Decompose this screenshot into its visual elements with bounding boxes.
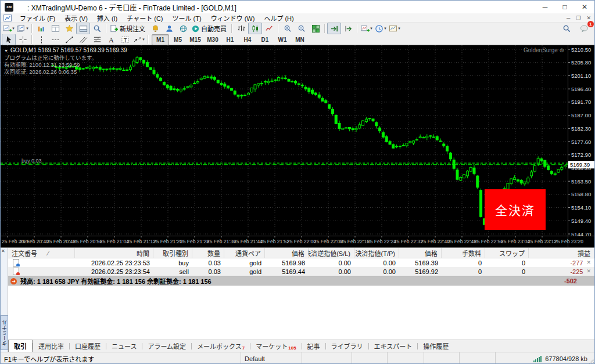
tab-口座履歴[interactable]: 口座履歴 [70, 340, 106, 352]
alerts-button[interactable] [148, 23, 162, 34]
status-profile[interactable]: Default [241, 352, 302, 364]
timeframe-m15-button[interactable]: M15 [187, 34, 204, 45]
child-minimize-icon[interactable]: ─ [565, 15, 571, 21]
column-header[interactable]: 時間 [75, 248, 153, 258]
column-header[interactable]: スワップ [485, 248, 529, 258]
algo-trading-button[interactable]: 自動売買 [190, 23, 230, 34]
tab-ライブラリ[interactable]: ライブラリ [326, 340, 368, 352]
tab-ニュース[interactable]: ニュース [106, 340, 142, 352]
timeframe-m5-button[interactable]: M5 [169, 34, 187, 45]
column-header[interactable]: 決済指値(T/P) [354, 248, 399, 258]
menu-ヘ[interactable]: ヘルプ (H) [259, 15, 298, 22]
horizontal-line-button[interactable] [48, 34, 62, 45]
toolbox-button[interactable] [76, 23, 90, 34]
tile-windows-button[interactable] [309, 23, 322, 34]
close-icon[interactable]: ✕ [575, 1, 594, 13]
ea-smiley-icon[interactable]: ⊚ [560, 47, 564, 53]
timeframe-mn-button[interactable]: MN [291, 34, 309, 45]
new-order-button[interactable]: 新規注文 [109, 23, 148, 34]
menu-フ[interactable]: ファイル (F) [15, 15, 60, 22]
vertical-line-button[interactable] [34, 34, 48, 45]
chevron-down-icon[interactable]: ▾ [398, 26, 400, 31]
timeframe-d1-button[interactable]: D1 [256, 34, 274, 45]
maximize-icon[interactable]: □ [555, 1, 575, 13]
fibonacci-button[interactable] [90, 34, 104, 45]
profiles-button[interactable]: ▾ [16, 23, 30, 34]
community-button[interactable] [162, 23, 176, 34]
chevron-down-icon[interactable]: ▾ [142, 37, 145, 42]
chevron-down-icon[interactable]: ▾ [26, 26, 28, 31]
timeframe-m1-button[interactable]: M1 [152, 34, 169, 45]
periods-button[interactable]: ▾ [374, 23, 388, 34]
panel-close-icon[interactable]: ✕ [1, 248, 5, 254]
shapes-button[interactable]: ▾ [132, 34, 146, 45]
text-button[interactable]: A [104, 34, 118, 45]
equidistant-channel-button[interactable] [76, 34, 90, 45]
chart-area[interactable]: 5210.505205.805201.105196.405191.705187.… [1, 45, 594, 247]
close-all-button[interactable]: 全決済 [485, 189, 546, 230]
close-position-icon[interactable]: ✕ [586, 260, 591, 266]
minimize-icon[interactable]: ─ [535, 1, 555, 13]
column-header[interactable]: 価格 [265, 248, 309, 258]
zoom-out-button[interactable] [295, 23, 309, 34]
resize-grip[interactable] [587, 358, 594, 364]
child-restore-icon[interactable]: ❐ [575, 15, 582, 21]
zoom-in-button[interactable] [281, 23, 295, 34]
strategy-tester-button[interactable] [90, 23, 104, 34]
tab-メールボックス[interactable]: メールボックス7 [192, 340, 250, 352]
auto-scroll-button[interactable] [327, 23, 341, 34]
terminal-side-tab[interactable]: ターミナル [1, 315, 8, 350]
chart-shift-button[interactable] [341, 23, 355, 34]
menu-表[interactable]: 表示 (V) [60, 15, 92, 22]
chevron-down-icon[interactable]: ▾ [384, 26, 386, 31]
web-terminal-button[interactable] [176, 23, 190, 34]
tab-記事[interactable]: 記事 [302, 340, 325, 352]
column-header[interactable]: 通貨ペア [224, 248, 265, 258]
templates-button[interactable]: ▾ [388, 23, 402, 34]
timeframe-h4-button[interactable]: H4 [239, 34, 256, 45]
candle-chart-button[interactable] [248, 23, 262, 34]
navigator-button[interactable] [62, 23, 76, 34]
position-row[interactable]: 2026.02.25 23:23:54sell0.03gold5169.440.… [8, 267, 594, 276]
menu-ウ[interactable]: ウィンドウ (W) [206, 15, 260, 22]
chevron-down-icon[interactable]: ▾ [370, 26, 372, 31]
menu-ツ[interactable]: ツール (T) [168, 15, 206, 22]
timeframe-m30-button[interactable]: M30 [204, 34, 221, 45]
titlebar: XM : XMTradingMU-Demo 6 - デモ口座 - FinTrad… [1, 1, 594, 13]
menu-チ[interactable]: チャート (C) [122, 15, 167, 22]
column-header[interactable]: 決済逆指値(S/L) [309, 248, 354, 258]
horizontal-line-icon [51, 35, 60, 44]
tab-マーケット[interactable]: マーケット105 [250, 340, 301, 352]
timeframe-h1-button[interactable]: H1 [221, 34, 239, 45]
tab-運用比率[interactable]: 運用比率 [33, 340, 69, 352]
column-header[interactable]: 損益 [529, 248, 594, 258]
search-icon[interactable] [560, 23, 574, 34]
crosshair-button[interactable] [16, 34, 30, 45]
market-watch-button[interactable] [34, 23, 48, 34]
new-chart-button[interactable]: ▾ [2, 23, 16, 34]
line-chart-button[interactable] [262, 23, 276, 34]
chevron-down-icon[interactable]: ▾ [12, 26, 15, 31]
column-header[interactable]: 取引種別 [153, 248, 192, 258]
tab-エキスパート[interactable]: エキスパート [369, 340, 418, 352]
menu-挿[interactable]: 挿入 (I) [92, 15, 122, 22]
data-window-button[interactable] [48, 23, 62, 34]
position-row[interactable]: 2026.02.25 23:23:53buy0.03gold5169.980.0… [8, 258, 594, 267]
column-header[interactable]: 手数料 [442, 248, 485, 258]
tab-アラーム設定[interactable]: アラーム設定 [142, 340, 191, 352]
trend-line-button[interactable] [62, 34, 76, 45]
collapse-icon[interactable]: ▼ [4, 49, 8, 53]
notifications-icon[interactable]: 1 [577, 23, 591, 34]
close-position-icon[interactable]: ✕ [586, 268, 591, 275]
text-label-button[interactable]: T [118, 34, 132, 45]
column-header[interactable]: 価格 [399, 248, 442, 258]
tab-操作履歴[interactable]: 操作履歴 [418, 340, 454, 352]
column-header[interactable]: 数量 [192, 248, 224, 258]
child-close-icon[interactable]: ✕ [585, 15, 592, 21]
timeframe-w1-button[interactable]: W1 [274, 34, 291, 45]
indicators-button[interactable]: ▾ [360, 23, 374, 34]
tab-取引[interactable]: 取引 [8, 340, 33, 352]
bar-chart-button[interactable] [234, 23, 248, 34]
column-header[interactable]: 注文番号 ∕ [8, 248, 75, 258]
cursor-button[interactable] [2, 34, 16, 45]
